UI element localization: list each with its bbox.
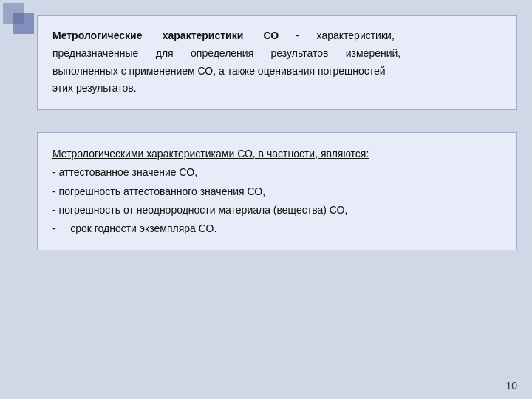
- content-area: Метрологические характеристики СО - хара…: [37, 15, 517, 369]
- bottom-line-3: - погрешность аттестованного значения СО…: [52, 183, 502, 201]
- top-bold-word-2: характеристики: [163, 30, 244, 41]
- top-word-7: для: [156, 47, 174, 59]
- bottom-line-2: - аттестованное значение СО,: [52, 163, 502, 182]
- top-dash: -: [296, 30, 300, 41]
- bottom-dash-5: -: [52, 222, 56, 234]
- corner-square-2: [13, 13, 34, 34]
- slide: Метрологические характеристики СО - хара…: [0, 0, 532, 399]
- top-word-10: измерений,: [346, 47, 400, 59]
- bottom-text-box: Метрологическими характеристиками СО, в …: [37, 132, 517, 250]
- top-box-paragraph: Метрологические характеристики СО - хара…: [52, 27, 502, 98]
- bottom-line-1: Метрологическими характеристиками СО, в …: [52, 145, 502, 163]
- top-text-box: Метрологические характеристики СО - хара…: [37, 15, 517, 110]
- top-line-3: выполненных с применением СО, а также оц…: [52, 65, 386, 77]
- bottom-text-5: срок годности экземпляра СО.: [70, 222, 216, 234]
- top-line-4: этих результатов.: [52, 82, 137, 94]
- bottom-line-4: - погрешность от неоднородности материал…: [52, 201, 502, 219]
- page-number: 10: [505, 380, 517, 392]
- top-bold-word-3: СО: [264, 30, 279, 41]
- top-word-9: результатов: [271, 47, 329, 59]
- top-word-6: предназначенные: [52, 47, 138, 59]
- top-bold-word-1: Метрологические: [52, 30, 143, 41]
- top-word-5: характеристики,: [317, 30, 395, 41]
- bottom-line-5: - срок годности экземпляра СО.: [52, 219, 502, 238]
- top-word-8: определения: [191, 47, 253, 59]
- bottom-underlined-text: Метрологическими характеристиками СО, в …: [52, 148, 369, 160]
